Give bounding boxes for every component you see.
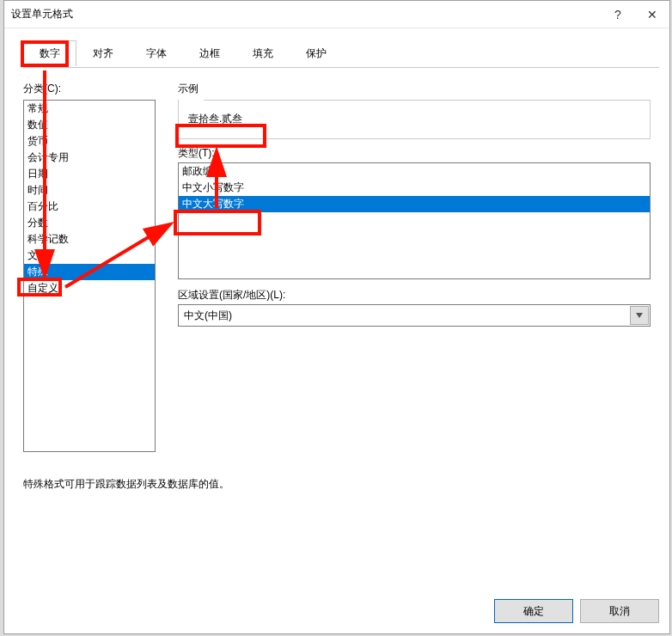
sample-group: 示例 壹拾叁.贰叁: [178, 82, 651, 138]
button-label: 取消: [609, 604, 630, 619]
sample-box: 壹拾叁.贰叁: [178, 93, 651, 138]
type-item-cnsmall[interactable]: 中文小写数字: [179, 180, 650, 196]
tab-border[interactable]: 边框: [183, 40, 236, 66]
category-item-text[interactable]: 文本: [24, 248, 155, 264]
category-list[interactable]: 常规 数值 货币 会计专用 日期 时间 百分比 分数 科学记数 文本 特殊 自定…: [23, 100, 156, 452]
category-item-fraction[interactable]: 分数: [24, 215, 155, 231]
tab-label: 边框: [199, 47, 220, 59]
category-item-special[interactable]: 特殊: [24, 264, 155, 280]
tab-label: 保护: [306, 47, 327, 59]
category-item-account[interactable]: 会计专用: [24, 150, 155, 166]
format-cells-dialog: 设置单元格式 ? ✕ 数字 对齐 字体 边框 填充 保护 分类(C): 常规 数…: [3, 0, 670, 634]
button-label: 确定: [523, 604, 544, 619]
category-item-percent[interactable]: 百分比: [24, 199, 155, 215]
tab-alignment[interactable]: 对齐: [76, 40, 130, 66]
category-item-currency[interactable]: 货币: [24, 133, 155, 150]
tab-protection[interactable]: 保护: [290, 40, 343, 66]
dialog-title: 设置单元格式: [11, 7, 601, 21]
region-select[interactable]: 中文(中国): [178, 304, 651, 327]
category-item-time[interactable]: 时间: [24, 182, 155, 199]
description-text: 特殊格式可用于跟踪数据列表及数据库的值。: [23, 477, 229, 492]
content-area: 分类(C): 常规 数值 货币 会计专用 日期 时间 百分比 分数 科学记数 文…: [4, 66, 669, 452]
tab-label: 数字: [40, 47, 60, 59]
tab-number[interactable]: 数字: [23, 40, 76, 66]
tab-label: 填充: [253, 47, 273, 59]
tabs: 数字 对齐 字体 边框 填充 保护: [23, 40, 669, 66]
tab-label: 字体: [146, 47, 167, 59]
titlebar: 设置单元格式 ? ✕: [4, 1, 669, 28]
help-button[interactable]: ?: [601, 1, 635, 28]
type-label: 类型(T):: [178, 146, 651, 161]
close-button[interactable]: ✕: [635, 1, 669, 28]
tab-font[interactable]: 字体: [130, 40, 183, 66]
type-item-zipcode[interactable]: 邮政编码: [179, 163, 650, 180]
category-item-custom[interactable]: 自定义: [24, 280, 155, 297]
category-item-scinot[interactable]: 科学记数: [24, 231, 155, 248]
category-item-date[interactable]: 日期: [24, 166, 155, 182]
region-value: 中文(中国): [179, 309, 629, 323]
type-list[interactable]: 邮政编码 中文小写数字 中文大写数字: [178, 162, 651, 279]
ok-button[interactable]: 确定: [494, 599, 573, 623]
footer: 确定 取消: [494, 599, 659, 623]
category-label: 分类(C):: [23, 82, 161, 96]
sample-value: 壹拾叁.贰叁: [188, 113, 242, 125]
region-label: 区域设置(国家/地区)(L):: [178, 288, 651, 303]
cancel-button[interactable]: 取消: [580, 599, 659, 623]
type-item-cncap[interactable]: 中文大写数字: [179, 196, 650, 212]
category-item-number[interactable]: 数值: [24, 117, 155, 133]
chevron-down-icon[interactable]: [630, 306, 649, 325]
tab-label: 对齐: [93, 47, 113, 59]
tab-fill[interactable]: 填充: [236, 40, 290, 66]
category-item-general[interactable]: 常规: [24, 101, 155, 117]
